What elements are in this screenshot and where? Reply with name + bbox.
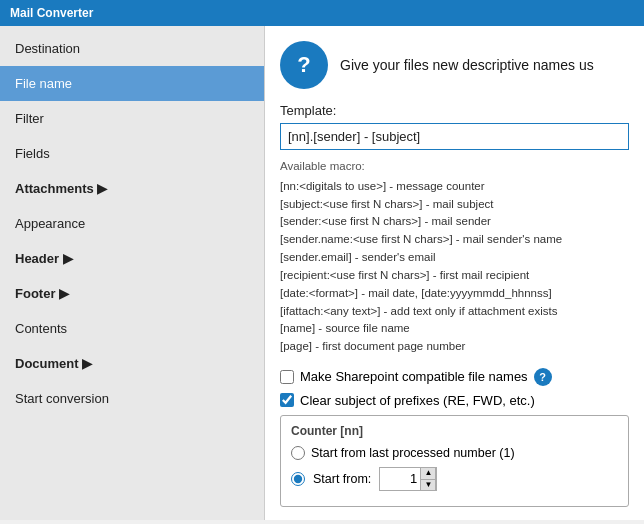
radio-last-processed-row: Start from last processed number (1) [291, 446, 618, 460]
sharepoint-label: Make Sharepoint compatible file names [300, 369, 528, 384]
sidebar-item-document[interactable]: Document ▶ [0, 346, 264, 381]
file-icon-circle: ? [280, 41, 328, 89]
macro-line: [subject:<use first N chars>] - mail sub… [280, 196, 629, 214]
sidebar-item-fields[interactable]: Fields [0, 136, 264, 171]
counter-title: Counter [nn] [291, 424, 618, 438]
radio-start-from-row: Start from: ▲ ▼ [291, 467, 618, 491]
sidebar-item-contents[interactable]: Contents [0, 311, 264, 346]
sharepoint-option-row: Make Sharepoint compatible file names ? [280, 368, 629, 386]
content-title: Give your files new descriptive names us [340, 57, 594, 73]
help-icon[interactable]: ? [534, 368, 552, 386]
radio-last-processed[interactable] [291, 446, 305, 460]
macro-line: [date:<format>] - mail date, [date:yyyym… [280, 285, 629, 303]
content-header: ? Give your files new descriptive names … [280, 41, 629, 89]
radio-start-from[interactable] [291, 472, 305, 486]
sidebar-item-start-conversion[interactable]: Start conversion [0, 381, 264, 416]
macro-line: [ifattach:<any text>] - add text only if… [280, 303, 629, 321]
app-title: Mail Converter [10, 6, 93, 20]
macro-line: [sender.email] - sender's email [280, 249, 629, 267]
start-from-input-wrapper: ▲ ▼ [379, 467, 437, 491]
macro-line: [name] - source file name [280, 320, 629, 338]
macro-line: [recipient:<use first N chars>] - first … [280, 267, 629, 285]
clear-subject-label: Clear subject of prefixes (RE, FWD, etc.… [300, 393, 535, 408]
sidebar-item-filter[interactable]: Filter [0, 101, 264, 136]
spinner-down-button[interactable]: ▼ [420, 479, 436, 491]
sidebar-item-file-name[interactable]: File name [0, 66, 264, 101]
sharepoint-checkbox[interactable] [280, 370, 294, 384]
start-from-input[interactable] [380, 471, 420, 486]
radio-last-processed-label: Start from last processed number (1) [311, 446, 515, 460]
clear-subject-checkbox[interactable] [280, 393, 294, 407]
sidebar-item-destination[interactable]: Destination [0, 31, 264, 66]
file-icon: ? [297, 52, 310, 78]
counter-group: Counter [nn] Start from last processed n… [280, 415, 629, 507]
spinner-up-button[interactable]: ▲ [420, 467, 436, 479]
clear-subject-option-row: Clear subject of prefixes (RE, FWD, etc.… [280, 393, 629, 408]
macro-line: [sender.name:<use first N chars>] - mail… [280, 231, 629, 249]
template-input[interactable] [280, 123, 629, 150]
macro-line: [nn:<digitals to use>] - message counter [280, 178, 629, 196]
spinner-buttons: ▲ ▼ [420, 467, 436, 491]
template-label: Template: [280, 103, 629, 118]
title-bar: Mail Converter [0, 0, 644, 26]
macro-line: [sender:<use first N chars>] - mail send… [280, 213, 629, 231]
sidebar-item-attachments[interactable]: Attachments ▶ [0, 171, 264, 206]
macro-title: Available macro: [280, 158, 629, 176]
sidebar-item-footer[interactable]: Footer ▶ [0, 276, 264, 311]
main-layout: DestinationFile nameFilterFieldsAttachme… [0, 26, 644, 520]
content-area: ? Give your files new descriptive names … [265, 26, 644, 520]
macro-line: [page] - first document page number [280, 338, 629, 356]
sidebar-item-header[interactable]: Header ▶ [0, 241, 264, 276]
options-section: Make Sharepoint compatible file names ? … [280, 368, 629, 408]
radio-start-from-label: Start from: [313, 472, 371, 486]
sidebar: DestinationFile nameFilterFieldsAttachme… [0, 26, 265, 520]
sidebar-item-appearance[interactable]: Appearance [0, 206, 264, 241]
macro-box: Available macro: [nn:<digitals to use>] … [280, 158, 629, 356]
